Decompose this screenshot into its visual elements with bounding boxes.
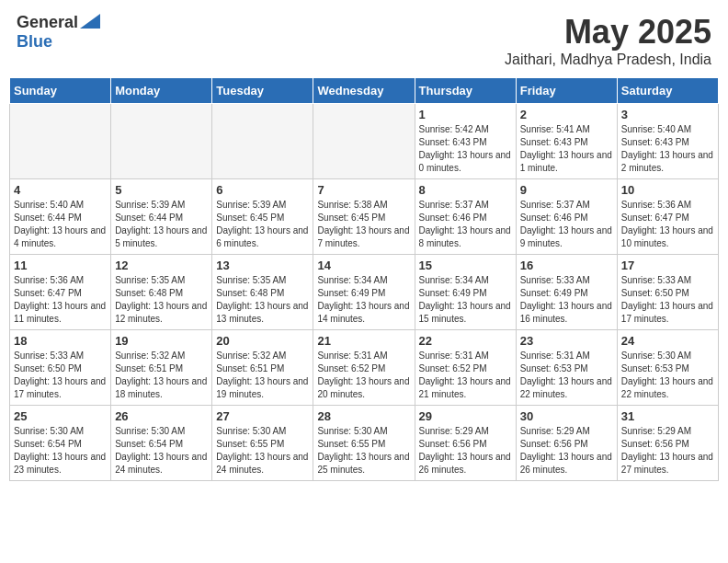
svg-marker-0	[80, 14, 100, 29]
calendar-cell	[313, 104, 415, 179]
calendar-cell: 19Sunrise: 5:32 AM Sunset: 6:51 PM Dayli…	[111, 330, 212, 406]
day-info: Sunrise: 5:42 AM Sunset: 6:43 PM Dayligh…	[419, 123, 512, 175]
calendar-cell: 22Sunrise: 5:31 AM Sunset: 6:52 PM Dayli…	[415, 330, 516, 406]
calendar-week-row: 18Sunrise: 5:33 AM Sunset: 6:50 PM Dayli…	[10, 330, 719, 406]
day-number: 27	[216, 409, 309, 423]
day-info: Sunrise: 5:29 AM Sunset: 6:56 PM Dayligh…	[621, 425, 714, 477]
calendar-cell: 13Sunrise: 5:35 AM Sunset: 6:48 PM Dayli…	[212, 255, 313, 330]
logo: General Blue	[17, 13, 100, 52]
calendar-cell: 14Sunrise: 5:34 AM Sunset: 6:49 PM Dayli…	[313, 255, 415, 330]
day-info: Sunrise: 5:34 AM Sunset: 6:49 PM Dayligh…	[317, 274, 410, 326]
day-number: 28	[317, 409, 410, 423]
day-number: 12	[115, 259, 208, 272]
logo-blue: Blue	[17, 32, 52, 51]
day-number: 23	[520, 334, 613, 348]
day-header-tuesday: Tuesday	[212, 78, 313, 104]
day-number: 16	[520, 259, 613, 272]
calendar-cell	[212, 104, 313, 179]
day-number: 24	[621, 334, 714, 348]
day-number: 10	[621, 183, 714, 197]
calendar-cell: 12Sunrise: 5:35 AM Sunset: 6:48 PM Dayli…	[111, 255, 212, 330]
calendar-cell: 29Sunrise: 5:29 AM Sunset: 6:56 PM Dayli…	[415, 406, 516, 481]
day-number: 9	[520, 183, 613, 197]
calendar-cell: 6Sunrise: 5:39 AM Sunset: 6:45 PM Daylig…	[212, 179, 313, 255]
day-info: Sunrise: 5:39 AM Sunset: 6:45 PM Dayligh…	[216, 199, 309, 250]
day-number: 26	[115, 409, 208, 423]
day-number: 30	[520, 409, 613, 423]
calendar-cell: 28Sunrise: 5:30 AM Sunset: 6:55 PM Dayli…	[313, 406, 415, 481]
day-info: Sunrise: 5:33 AM Sunset: 6:49 PM Dayligh…	[520, 274, 613, 326]
day-info: Sunrise: 5:35 AM Sunset: 6:48 PM Dayligh…	[115, 274, 208, 326]
calendar-cell: 8Sunrise: 5:37 AM Sunset: 6:46 PM Daylig…	[415, 179, 516, 255]
day-number: 31	[621, 409, 714, 423]
day-info: Sunrise: 5:33 AM Sunset: 6:50 PM Dayligh…	[621, 274, 714, 326]
calendar-cell: 21Sunrise: 5:31 AM Sunset: 6:52 PM Dayli…	[313, 330, 415, 406]
day-number: 17	[621, 259, 714, 272]
day-info: Sunrise: 5:40 AM Sunset: 6:43 PM Dayligh…	[621, 123, 714, 175]
day-info: Sunrise: 5:30 AM Sunset: 6:53 PM Dayligh…	[621, 350, 714, 401]
day-number: 25	[14, 409, 107, 423]
calendar-cell: 16Sunrise: 5:33 AM Sunset: 6:49 PM Dayli…	[516, 255, 617, 330]
day-info: Sunrise: 5:33 AM Sunset: 6:50 PM Dayligh…	[14, 350, 107, 401]
calendar-week-row: 11Sunrise: 5:36 AM Sunset: 6:47 PM Dayli…	[10, 255, 719, 330]
day-info: Sunrise: 5:29 AM Sunset: 6:56 PM Dayligh…	[419, 425, 512, 477]
calendar-cell: 23Sunrise: 5:31 AM Sunset: 6:53 PM Dayli…	[516, 330, 617, 406]
day-number: 22	[419, 334, 512, 348]
location-title: Jaithari, Madhya Pradesh, India	[505, 52, 711, 68]
day-number: 29	[419, 409, 512, 423]
day-number: 11	[14, 259, 107, 272]
calendar-cell: 15Sunrise: 5:34 AM Sunset: 6:49 PM Dayli…	[415, 255, 516, 330]
day-number: 3	[621, 108, 714, 121]
calendar-cell: 24Sunrise: 5:30 AM Sunset: 6:53 PM Dayli…	[617, 330, 718, 406]
day-number: 18	[14, 334, 107, 348]
day-number: 20	[216, 334, 309, 348]
calendar-table: SundayMondayTuesdayWednesdayThursdayFrid…	[9, 77, 719, 481]
day-info: Sunrise: 5:32 AM Sunset: 6:51 PM Dayligh…	[216, 350, 309, 401]
title-section: May 2025 Jaithari, Madhya Pradesh, India	[505, 13, 711, 68]
calendar-week-row: 4Sunrise: 5:40 AM Sunset: 6:44 PM Daylig…	[10, 179, 719, 255]
day-info: Sunrise: 5:32 AM Sunset: 6:51 PM Dayligh…	[115, 350, 208, 401]
day-number: 14	[317, 259, 410, 272]
page-header: General Blue May 2025 Jaithari, Madhya P…	[9, 9, 719, 72]
day-info: Sunrise: 5:31 AM Sunset: 6:53 PM Dayligh…	[520, 350, 613, 401]
calendar-week-row: 25Sunrise: 5:30 AM Sunset: 6:54 PM Dayli…	[10, 406, 719, 481]
day-info: Sunrise: 5:41 AM Sunset: 6:43 PM Dayligh…	[520, 123, 613, 175]
day-info: Sunrise: 5:29 AM Sunset: 6:56 PM Dayligh…	[520, 425, 613, 477]
calendar-cell: 30Sunrise: 5:29 AM Sunset: 6:56 PM Dayli…	[516, 406, 617, 481]
day-number: 6	[216, 183, 309, 197]
month-title: May 2025	[505, 13, 711, 52]
day-header-wednesday: Wednesday	[313, 78, 415, 104]
day-info: Sunrise: 5:34 AM Sunset: 6:49 PM Dayligh…	[419, 274, 512, 326]
day-info: Sunrise: 5:30 AM Sunset: 6:54 PM Dayligh…	[115, 425, 208, 477]
day-number: 4	[14, 183, 107, 197]
calendar-cell: 3Sunrise: 5:40 AM Sunset: 6:43 PM Daylig…	[617, 104, 718, 179]
day-header-saturday: Saturday	[617, 78, 718, 104]
day-info: Sunrise: 5:37 AM Sunset: 6:46 PM Dayligh…	[520, 199, 613, 250]
day-number: 13	[216, 259, 309, 272]
calendar-cell: 26Sunrise: 5:30 AM Sunset: 6:54 PM Dayli…	[111, 406, 212, 481]
day-info: Sunrise: 5:36 AM Sunset: 6:47 PM Dayligh…	[621, 199, 714, 250]
calendar-cell: 20Sunrise: 5:32 AM Sunset: 6:51 PM Dayli…	[212, 330, 313, 406]
day-info: Sunrise: 5:30 AM Sunset: 6:55 PM Dayligh…	[317, 425, 410, 477]
day-number: 8	[419, 183, 512, 197]
day-info: Sunrise: 5:36 AM Sunset: 6:47 PM Dayligh…	[14, 274, 107, 326]
calendar-cell: 4Sunrise: 5:40 AM Sunset: 6:44 PM Daylig…	[10, 179, 111, 255]
calendar-cell	[10, 104, 111, 179]
day-number: 19	[115, 334, 208, 348]
calendar-cell: 10Sunrise: 5:36 AM Sunset: 6:47 PM Dayli…	[617, 179, 718, 255]
calendar-week-row: 1Sunrise: 5:42 AM Sunset: 6:43 PM Daylig…	[10, 104, 719, 179]
day-header-sunday: Sunday	[10, 78, 111, 104]
calendar-cell: 25Sunrise: 5:30 AM Sunset: 6:54 PM Dayli…	[10, 406, 111, 481]
day-number: 2	[520, 108, 613, 121]
day-info: Sunrise: 5:40 AM Sunset: 6:44 PM Dayligh…	[14, 199, 107, 250]
calendar-cell: 11Sunrise: 5:36 AM Sunset: 6:47 PM Dayli…	[10, 255, 111, 330]
day-info: Sunrise: 5:30 AM Sunset: 6:54 PM Dayligh…	[14, 425, 107, 477]
day-info: Sunrise: 5:30 AM Sunset: 6:55 PM Dayligh…	[216, 425, 309, 477]
calendar-cell: 9Sunrise: 5:37 AM Sunset: 6:46 PM Daylig…	[516, 179, 617, 255]
logo-general: General	[17, 13, 78, 32]
day-number: 1	[419, 108, 512, 121]
day-number: 5	[115, 183, 208, 197]
day-header-monday: Monday	[111, 78, 212, 104]
day-info: Sunrise: 5:38 AM Sunset: 6:45 PM Dayligh…	[317, 199, 410, 250]
calendar-cell: 1Sunrise: 5:42 AM Sunset: 6:43 PM Daylig…	[415, 104, 516, 179]
